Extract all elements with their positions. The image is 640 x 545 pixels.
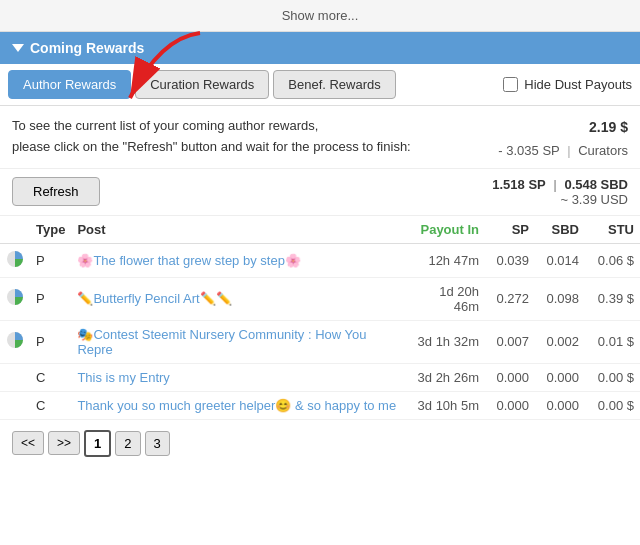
tab-author[interactable]: Author Rewards <box>8 70 131 99</box>
hide-dust-label: Hide Dust Payouts <box>524 77 632 92</box>
totals-usd: ~ 3.39 USD <box>492 192 628 207</box>
row-post[interactable]: Thank you so much greeter helper😊 & so h… <box>71 391 405 419</box>
row-sp: 0.272 <box>485 277 535 320</box>
row-icon <box>0 320 30 363</box>
row-stu: 0.00 $ <box>585 391 640 419</box>
info-line1: To see the current list of your coming a… <box>12 116 411 137</box>
pie-chart-icon <box>6 288 24 306</box>
table-row: P🌸The flower that grew step by step🌸12h … <box>0 243 640 277</box>
info-left: To see the current list of your coming a… <box>12 116 411 162</box>
row-post[interactable]: 🌸The flower that grew step by step🌸 <box>71 243 405 277</box>
refresh-button[interactable]: Refresh <box>12 177 100 206</box>
info-sp-curators: - 3.035 SP | Curators <box>498 140 628 162</box>
row-sp: 0.000 <box>485 391 535 419</box>
collapse-icon[interactable] <box>12 44 24 52</box>
row-type: P <box>30 320 71 363</box>
row-type: C <box>30 363 71 391</box>
info-area: To see the current list of your coming a… <box>0 106 640 169</box>
pie-chart-icon <box>6 250 24 268</box>
table-row: CThank you so much greeter helper😊 & so … <box>0 391 640 419</box>
table-row: P🎭Contest Steemit Nursery Community : Ho… <box>0 320 640 363</box>
row-stu: 0.06 $ <box>585 243 640 277</box>
info-line2: please click on the "Refresh" button and… <box>12 137 411 158</box>
row-payout-in: 12h 47m <box>405 243 485 277</box>
pie-chart-icon <box>6 331 24 349</box>
totals-right: 1.518 SP | 0.548 SBD ~ 3.39 USD <box>492 177 628 207</box>
row-post[interactable]: ✏️Butterfly Pencil Art✏️✏️ <box>71 277 405 320</box>
row-type: P <box>30 277 71 320</box>
row-icon <box>0 363 30 391</box>
tabs-row: Author Rewards Curation Rewards Benef. R… <box>0 64 640 106</box>
table-row: CThis is my Entry3d 2h 26m0.0000.0000.00… <box>0 363 640 391</box>
row-sbd: 0.000 <box>535 391 585 419</box>
col-header-sbd: SBD <box>535 216 585 244</box>
show-more-bar[interactable]: Show more... <box>0 0 640 32</box>
coming-rewards-header: Coming Rewards <box>0 32 640 64</box>
row-sp: 0.000 <box>485 363 535 391</box>
row-payout-in: 1d 20h 46m <box>405 277 485 320</box>
col-header-stu: STU <box>585 216 640 244</box>
tab-benef[interactable]: Benef. Rewards <box>273 70 396 99</box>
col-header-sp: SP <box>485 216 535 244</box>
row-type: P <box>30 243 71 277</box>
refresh-row: Refresh 1.518 SP | 0.548 SBD ~ 3.39 USD <box>0 169 640 216</box>
hide-dust-container: Hide Dust Payouts <box>503 77 632 92</box>
pagination-page-1[interactable]: 1 <box>84 430 111 457</box>
row-payout-in: 3d 2h 26m <box>405 363 485 391</box>
pagination-page-2[interactable]: 2 <box>115 431 140 456</box>
row-type: C <box>30 391 71 419</box>
post-link[interactable]: This is my Entry <box>77 370 169 385</box>
row-icon <box>0 277 30 320</box>
col-header-icon <box>0 216 30 244</box>
row-icon <box>0 243 30 277</box>
pagination-prev[interactable]: << <box>12 431 44 455</box>
total-sbd: 0.548 SBD <box>564 177 628 192</box>
info-right: 2.19 $ - 3.035 SP | Curators <box>498 116 628 162</box>
row-sbd: 0.014 <box>535 243 585 277</box>
rewards-table: Type Post Payout In SP SBD STU P🌸The flo… <box>0 216 640 420</box>
table-header-row: Type Post Payout In SP SBD STU <box>0 216 640 244</box>
totals-sp-sbd: 1.518 SP | 0.548 SBD <box>492 177 628 192</box>
row-sbd: 0.000 <box>535 363 585 391</box>
table-row: P✏️Butterfly Pencil Art✏️✏️1d 20h 46m0.2… <box>0 277 640 320</box>
info-amount: 2.19 $ <box>498 116 628 140</box>
hide-dust-checkbox[interactable] <box>503 77 518 92</box>
row-payout-in: 3d 1h 32m <box>405 320 485 363</box>
tab-curation[interactable]: Curation Rewards <box>135 70 269 99</box>
row-sp: 0.039 <box>485 243 535 277</box>
row-sbd: 0.002 <box>535 320 585 363</box>
show-more-link[interactable]: Show more... <box>282 8 359 23</box>
post-link[interactable]: 🎭Contest Steemit Nursery Community : How… <box>77 327 366 357</box>
row-sbd: 0.098 <box>535 277 585 320</box>
row-sp: 0.007 <box>485 320 535 363</box>
row-post[interactable]: This is my Entry <box>71 363 405 391</box>
row-stu: 0.00 $ <box>585 363 640 391</box>
coming-rewards-title: Coming Rewards <box>30 40 144 56</box>
row-payout-in: 3d 10h 5m <box>405 391 485 419</box>
post-link[interactable]: ✏️Butterfly Pencil Art✏️✏️ <box>77 291 231 306</box>
row-post[interactable]: 🎭Contest Steemit Nursery Community : How… <box>71 320 405 363</box>
row-stu: 0.39 $ <box>585 277 640 320</box>
post-link[interactable]: 🌸The flower that grew step by step🌸 <box>77 253 300 268</box>
col-header-payout: Payout In <box>405 216 485 244</box>
row-stu: 0.01 $ <box>585 320 640 363</box>
pagination: << >> 1 2 3 <box>0 420 640 467</box>
col-header-type: Type <box>30 216 71 244</box>
total-sp: 1.518 SP <box>492 177 545 192</box>
post-link[interactable]: Thank you so much greeter helper😊 & so h… <box>77 398 396 413</box>
pagination-page-3[interactable]: 3 <box>145 431 170 456</box>
row-icon <box>0 391 30 419</box>
col-header-post: Post <box>71 216 405 244</box>
pagination-next[interactable]: >> <box>48 431 80 455</box>
divider: | <box>553 177 557 192</box>
